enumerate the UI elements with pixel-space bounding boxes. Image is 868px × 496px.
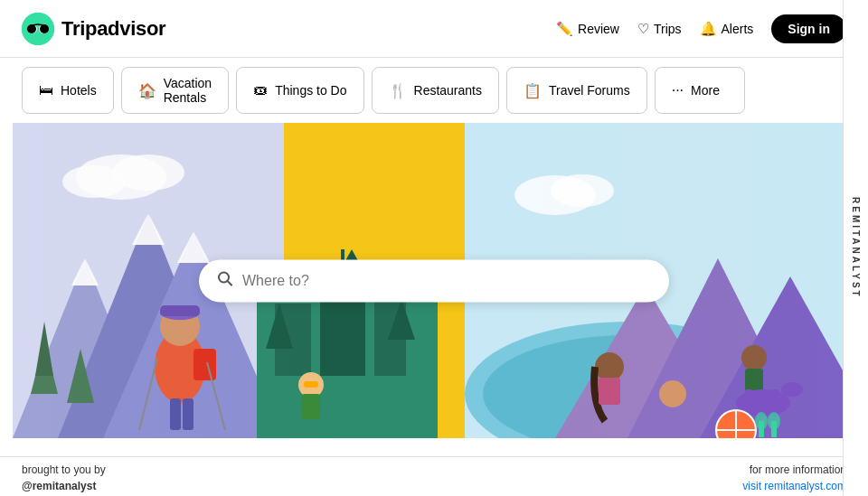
things-to-do-icon: 🎟 <box>253 82 268 98</box>
svg-point-6 <box>42 27 45 30</box>
review-label: Review <box>578 22 619 36</box>
search-container <box>199 259 669 302</box>
logo[interactable]: Tripadvisor <box>22 13 165 45</box>
hotels-icon: 🛏 <box>39 82 53 98</box>
tab-more-label: More <box>691 83 720 98</box>
footer-link[interactable]: visit remitanalyst.com <box>742 480 846 492</box>
review-nav-item[interactable]: ✏️ Review <box>556 21 619 37</box>
footer-more-info: for more information <box>750 463 846 476</box>
search-input[interactable] <box>242 273 651 289</box>
tab-things-to-do[interactable]: 🎟 Things to Do <box>236 67 363 114</box>
trips-icon: ♡ <box>637 21 649 37</box>
alerts-icon: 🔔 <box>700 21 717 37</box>
signin-button[interactable]: Sign in <box>771 14 846 43</box>
tab-travel-forums[interactable]: 📋 Travel Forums <box>506 67 647 114</box>
review-icon: ✏️ <box>556 21 573 37</box>
trips-nav-item[interactable]: ♡ Trips <box>637 21 682 37</box>
svg-point-2 <box>39 24 48 33</box>
footer-left: brought to you by @remitanalyst <box>22 461 106 493</box>
footer: brought to you by @remitanalyst for more… <box>0 456 868 496</box>
tab-travel-forums-label: Travel Forums <box>549 83 630 98</box>
tab-vacation-rentals-label: VacationRentals <box>164 76 212 105</box>
more-icon: ··· <box>672 82 684 98</box>
alerts-nav-item[interactable]: 🔔 Alerts <box>700 21 754 37</box>
trips-label: Trips <box>654 22 682 36</box>
svg-point-1 <box>28 24 37 33</box>
tab-hotels[interactable]: 🛏 Hotels <box>22 67 114 114</box>
nav-tabs: 🛏 Hotels 🏠 VacationRentals 🎟 Things to D… <box>0 58 868 123</box>
side-watermark: REMITANALYST <box>843 0 868 496</box>
footer-right: for more information visit remitanalyst.… <box>742 461 846 493</box>
vacation-rentals-icon: 🏠 <box>138 82 156 99</box>
header: Tripadvisor ✏️ Review ♡ Trips 🔔 Alerts S… <box>0 0 868 58</box>
hero-section <box>0 123 868 438</box>
tab-hotels-label: Hotels <box>61 83 97 98</box>
footer-handle: @remitanalyst <box>22 480 96 492</box>
header-nav: ✏️ Review ♡ Trips 🔔 Alerts Sign in <box>556 14 846 43</box>
tab-restaurants[interactable]: 🍴 Restaurants <box>372 67 499 114</box>
tab-more[interactable]: ··· More <box>655 67 745 114</box>
svg-point-0 <box>22 13 54 45</box>
svg-line-72 <box>228 281 232 285</box>
tab-things-to-do-label: Things to Do <box>275 83 346 98</box>
restaurants-icon: 🍴 <box>389 82 407 99</box>
tab-restaurants-label: Restaurants <box>414 83 482 98</box>
alerts-label: Alerts <box>722 22 754 36</box>
tab-vacation-rentals[interactable]: 🏠 VacationRentals <box>121 67 229 114</box>
svg-point-4 <box>41 26 46 32</box>
logo-text: Tripadvisor <box>61 17 165 41</box>
watermark-text: REMITANALYST <box>851 197 861 299</box>
search-bar[interactable] <box>199 259 669 302</box>
travel-forums-icon: 📋 <box>524 82 542 99</box>
footer-brought-by: brought to you by <box>22 463 106 476</box>
search-icon <box>217 270 233 291</box>
svg-point-5 <box>32 27 34 30</box>
svg-point-3 <box>30 26 35 32</box>
tripadvisor-logo-icon <box>22 13 54 45</box>
